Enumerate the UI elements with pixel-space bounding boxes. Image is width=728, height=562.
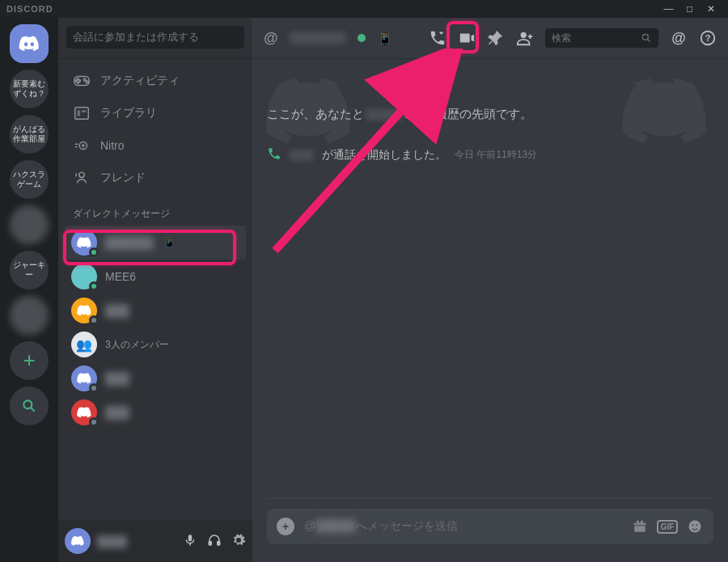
message-input[interactable]: + @█████へメッセージを送信 GIF bbox=[267, 509, 713, 544]
friends-icon bbox=[73, 169, 91, 187]
emoji-button[interactable] bbox=[686, 518, 704, 535]
dm-name-redacted: ██████ bbox=[105, 236, 154, 249]
at-icon: @ bbox=[264, 30, 278, 47]
gif-button[interactable]: GIF bbox=[658, 518, 676, 535]
window-close-button[interactable]: ✕ bbox=[700, 3, 722, 15]
nitro-icon bbox=[73, 137, 91, 154]
nav-label: ライブラリ bbox=[100, 106, 157, 120]
deafen-button[interactable] bbox=[207, 533, 222, 550]
help-button[interactable]: ? bbox=[699, 29, 717, 47]
dm-name: MEE6 bbox=[105, 270, 136, 283]
svg-line-12 bbox=[647, 39, 650, 41]
svg-rect-2 bbox=[75, 108, 89, 120]
svg-point-11 bbox=[642, 34, 648, 40]
dm-item[interactable]: MEE6 bbox=[65, 260, 246, 294]
svg-rect-9 bbox=[218, 541, 220, 545]
add-server-button[interactable]: + bbox=[10, 341, 49, 380]
add-friend-button[interactable] bbox=[516, 29, 534, 47]
app-wordmark: DISCORD bbox=[6, 4, 53, 14]
pinned-messages-button[interactable] bbox=[487, 29, 505, 47]
gamepad-icon bbox=[73, 72, 91, 90]
svg-point-17 bbox=[696, 524, 697, 526]
svg-point-0 bbox=[23, 400, 32, 408]
library-icon bbox=[73, 104, 91, 122]
start-voice-call-button[interactable] bbox=[429, 29, 447, 47]
window-maximize-button[interactable]: □ bbox=[679, 3, 700, 15]
mentions-button[interactable]: @ bbox=[670, 29, 688, 47]
dm-name-redacted: ███ bbox=[105, 406, 129, 419]
dm-group-name: 3人のメンバー bbox=[105, 338, 169, 352]
server-rail: 新要素むずくね？ がんばる作業部屋 ハクスラゲーム ジャーキー + bbox=[0, 18, 58, 562]
dm-name-redacted: ███ bbox=[105, 304, 129, 317]
caller-name-redacted bbox=[290, 150, 314, 161]
discover-servers-button[interactable] bbox=[10, 387, 49, 425]
nav-nitro[interactable]: Nitro bbox=[65, 129, 246, 162]
call-timestamp: 今日 午前11時13分 bbox=[455, 148, 537, 162]
message-search-input[interactable]: 検索 bbox=[545, 28, 658, 48]
attach-button[interactable]: + bbox=[277, 518, 294, 535]
nav-label: フレンド bbox=[100, 171, 146, 185]
dm-item[interactable]: ███ bbox=[65, 395, 246, 429]
svg-line-1 bbox=[31, 408, 35, 412]
server-item[interactable] bbox=[10, 205, 49, 244]
dm-sidebar: 会話に参加または作成する アクティビティ ライブラリ Nitro フレンド ダイ… bbox=[58, 18, 252, 562]
nav-activity[interactable]: アクティビティ bbox=[65, 65, 246, 97]
dm-item-selected[interactable]: ██████ 📱 bbox=[65, 226, 246, 260]
self-avatar[interactable] bbox=[65, 528, 91, 554]
nav-library[interactable]: ライブラリ bbox=[65, 97, 246, 129]
server-item[interactable] bbox=[10, 296, 49, 335]
mobile-icon: 📱 bbox=[163, 237, 176, 248]
nav-label: Nitro bbox=[100, 139, 125, 152]
svg-point-7 bbox=[79, 172, 84, 177]
message-placeholder: @█████へメッセージを送信 bbox=[304, 519, 621, 534]
svg-rect-4 bbox=[82, 110, 87, 112]
svg-point-15 bbox=[689, 521, 701, 533]
self-username-redacted: ████ bbox=[97, 535, 154, 547]
svg-rect-3 bbox=[78, 110, 81, 116]
find-conversation-container: 会話に参加または作成する bbox=[58, 18, 252, 58]
chat-body: ここが、あなたとのDM履歴の先頭です。 が通話を開始しました。 今日 午前11時… bbox=[252, 58, 728, 498]
dm-section-header: ダイレクトメッセージ bbox=[58, 194, 252, 226]
title-bar: DISCORD — □ ✕ bbox=[0, 0, 728, 18]
find-conversation-input[interactable]: 会話に参加または作成する bbox=[66, 26, 244, 49]
server-item[interactable]: ハクスラゲーム bbox=[10, 160, 49, 199]
gift-button[interactable] bbox=[631, 518, 649, 535]
dm-item-group[interactable]: 👥 3人のメンバー bbox=[65, 327, 246, 361]
chat-header: @ 📱 検索 @ ? bbox=[252, 18, 728, 58]
server-item[interactable]: がんばる作業部屋 bbox=[10, 115, 49, 154]
home-button[interactable] bbox=[10, 24, 49, 63]
dm-item[interactable]: ███ bbox=[65, 294, 246, 327]
start-video-call-button[interactable] bbox=[458, 29, 476, 47]
svg-point-6 bbox=[82, 144, 85, 147]
chat-title-redacted bbox=[290, 32, 346, 44]
mute-mic-button[interactable] bbox=[183, 533, 197, 550]
nav-label: アクティビティ bbox=[100, 74, 180, 88]
svg-rect-8 bbox=[209, 541, 211, 545]
online-status-icon bbox=[358, 34, 366, 42]
svg-text:?: ? bbox=[705, 33, 711, 43]
window-minimize-button[interactable]: — bbox=[658, 3, 679, 15]
message-composer: + @█████へメッセージを送信 GIF bbox=[252, 499, 728, 562]
mobile-icon: 📱 bbox=[377, 31, 393, 46]
server-item[interactable]: ジャーキー bbox=[10, 251, 49, 289]
svg-point-10 bbox=[521, 32, 527, 38]
server-item[interactable]: 新要素むずくね？ bbox=[10, 70, 49, 108]
nav-friends[interactable]: フレンド bbox=[65, 162, 246, 194]
user-settings-button[interactable] bbox=[231, 533, 246, 550]
dm-item[interactable]: ███ bbox=[65, 361, 246, 395]
chat-column: @ 📱 検索 @ ? ここが、あなたとのDM履歴の先頭です。 bbox=[252, 18, 728, 562]
user-panel: ████ bbox=[58, 520, 252, 562]
dm-name-redacted: ███ bbox=[105, 372, 129, 385]
svg-point-16 bbox=[692, 524, 693, 526]
